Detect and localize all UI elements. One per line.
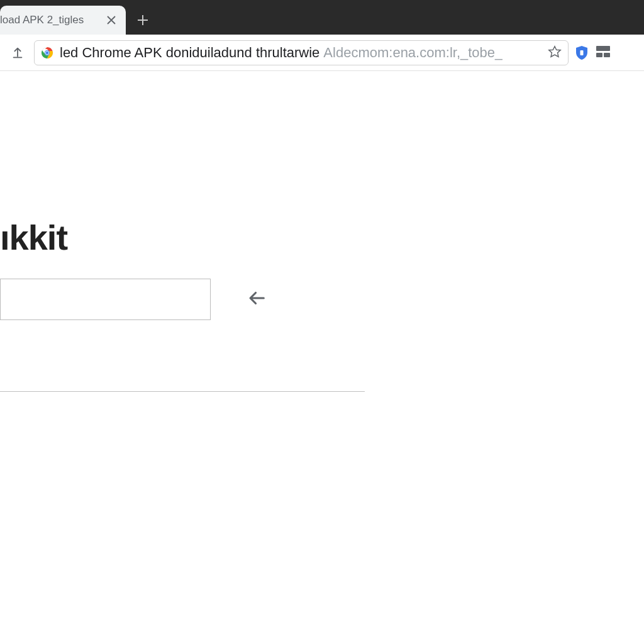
svg-rect-7 (604, 53, 610, 57)
bookmark-star-icon[interactable] (548, 45, 562, 61)
close-tab-icon[interactable] (106, 14, 117, 26)
input-row (0, 279, 267, 320)
page-content: ıkkit (0, 71, 644, 644)
page-heading: ıkkit (0, 217, 67, 258)
arrow-left-icon[interactable] (246, 287, 267, 311)
svg-rect-6 (596, 53, 602, 57)
shield-icon[interactable] (575, 45, 589, 60)
tab-title: load APK 2_tigles (0, 14, 101, 26)
upload-icon[interactable] (8, 43, 28, 63)
browser-tab[interactable]: load APK 2_tigles (0, 6, 126, 35)
divider (0, 391, 365, 392)
site-favicon-icon (41, 47, 53, 59)
toolbar: led Chrome APK doniduiladund thrultarwie… (0, 35, 644, 71)
tab-strip: load APK 2_tigles (0, 0, 644, 35)
svg-rect-4 (580, 50, 584, 55)
address-bar[interactable]: led Chrome APK doniduiladund thrultarwie… (34, 40, 569, 65)
new-tab-button[interactable] (132, 9, 153, 31)
account-menu-icon[interactable] (595, 45, 611, 61)
svg-point-3 (46, 51, 49, 54)
text-input[interactable] (0, 279, 211, 320)
url-primary: led Chrome APK doniduiladund thrultarwie (60, 45, 319, 61)
url-secondary: Aldecmom:ena.com:lr,_tobe_ (323, 45, 502, 61)
svg-rect-5 (596, 46, 610, 51)
url-text: led Chrome APK doniduiladund thrultarwie… (60, 45, 502, 61)
